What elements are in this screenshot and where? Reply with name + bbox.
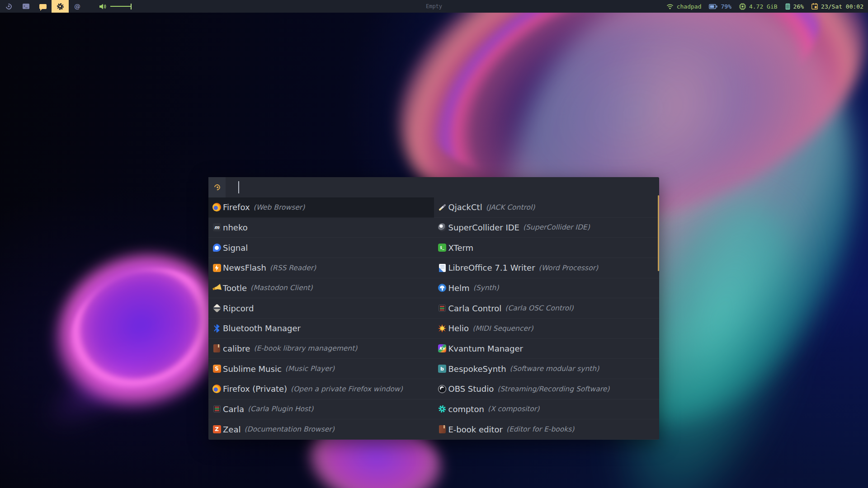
zeal-icon: Z (212, 425, 222, 434)
launcher-item-title: QjackCtl (448, 202, 482, 212)
launcher-item-desc: (Carla OSC Control) (505, 304, 573, 312)
terminal-icon (23, 4, 29, 9)
at-sign-icon: @ (74, 3, 80, 9)
launcher-item[interactable]: LibreOffice 7.1 Writer(Word Processor) (434, 258, 660, 278)
launcher-item[interactable]: Firefox(Web Browser) (208, 197, 434, 218)
launcher-item[interactable]: Signal (208, 238, 434, 258)
cpu-percent: 26% (793, 3, 804, 10)
clock-status[interactable]: 23/Sat 00:02 (811, 3, 863, 10)
launcher-item[interactable]: OBS Studio(Streaming/Recording Software) (434, 379, 660, 399)
launcher-scrollbar[interactable] (658, 195, 659, 271)
launcher-item[interactable]: Tootle(Mastodon Client) (208, 278, 434, 299)
launcher-item-desc: (JACK Control) (486, 203, 535, 211)
launcher-item-title: LibreOffice 7.1 Writer (448, 263, 535, 272)
workspace-button-2[interactable] (17, 0, 34, 13)
launcher-item[interactable]: Bluetooth Manager (208, 319, 434, 339)
workspace-button-3[interactable] (34, 0, 52, 13)
launcher-item-title: E-book editor (448, 425, 503, 434)
launcher-item-desc: (Mastodon Client) (250, 284, 313, 292)
launcher-item[interactable]: ZZeal(Documentation Browser) (208, 419, 434, 440)
launcher-item[interactable]: calibre(E-book library management) (208, 339, 434, 359)
supercollider-icon (438, 223, 447, 232)
newsflash-icon (212, 263, 222, 272)
jellyfish-left-tentacle (29, 294, 216, 447)
launcher-item-desc: (Open a private Firefox window) (291, 385, 403, 393)
launcher-item[interactable]: Carla(Carla Plugin Host) (208, 399, 434, 420)
ripcord-icon (212, 304, 222, 313)
launcher-item-title: Carla Control (448, 304, 502, 313)
launcher-item[interactable]: Helm(Synth) (434, 278, 660, 299)
volume-slider-thumb[interactable] (131, 4, 132, 9)
wifi-status[interactable]: chadpad (666, 3, 702, 10)
nheko-icon: m (212, 223, 222, 232)
jellyfish-left-rim (50, 246, 234, 414)
launcher-item[interactable]: bBespokeSynth(Software modular synth) (434, 359, 660, 379)
launcher-item-title: Sublime Music (223, 364, 282, 374)
launcher-item-title: Carla (223, 404, 244, 414)
search-input[interactable] (226, 177, 659, 197)
kvantum-icon: Kv (438, 344, 447, 353)
memory-used: 4.72 GiB (749, 3, 778, 10)
launcher-item[interactable]: KvKvantum Manager (434, 339, 660, 359)
launcher-item-desc: (Word Processor) (539, 264, 599, 272)
launcher-item-desc: (Editor for E-books) (506, 425, 574, 433)
tootle-icon (212, 283, 222, 293)
compton-icon (438, 404, 447, 414)
battery-status[interactable]: 79% (709, 3, 731, 10)
launcher-item[interactable]: SSublime Music(Music Player) (208, 359, 434, 379)
volume-slider[interactable] (110, 6, 131, 7)
memory-status[interactable]: 4.72 GiB (739, 3, 778, 10)
browser-swirl-icon (5, 2, 13, 10)
launcher-item-desc: (E-book library management) (254, 344, 357, 352)
volume-control[interactable] (99, 4, 131, 9)
workspace-switcher: @ (0, 0, 86, 13)
launcher-item-title: Helm (448, 283, 470, 293)
launcher-item-desc: (Software modular synth) (510, 365, 599, 373)
xterm-icon: $_ (438, 243, 447, 253)
carla-icon (438, 304, 447, 313)
launcher-item[interactable]: compton(X compositor) (434, 399, 660, 420)
helm-icon (438, 283, 447, 293)
launcher-item[interactable]: mnheko (208, 218, 434, 238)
ebook-editor-icon (438, 425, 447, 434)
launcher-item[interactable]: QjackCtl(JACK Control) (434, 197, 660, 218)
launcher-item[interactable]: E-book editor(Editor for E-books) (434, 419, 660, 440)
launcher-item-title: OBS Studio (448, 384, 494, 394)
cpu-chip-icon (739, 3, 746, 10)
speaker-icon (99, 4, 106, 9)
launcher-item-title: Zeal (223, 425, 241, 434)
carla-icon (212, 404, 222, 414)
qjackctl-icon (438, 202, 447, 212)
launcher-item-title: BespokeSynth (448, 364, 506, 374)
bluetooth-icon (212, 324, 222, 333)
launcher-item-title: nheko (223, 223, 248, 232)
launcher-item[interactable]: Ripcord (208, 298, 434, 319)
launcher-item-title: Firefox (Private) (223, 384, 287, 394)
launcher-item-title: Tootle (223, 283, 247, 293)
launcher-item[interactable]: Firefox (Private)(Open a private Firefox… (208, 379, 434, 399)
workspace-button-5[interactable]: @ (69, 0, 86, 13)
launcher-item[interactable]: $_XTerm (434, 238, 660, 258)
launcher-column-left: Firefox(Web Browser)mnhekoSignalNewsFlas… (208, 197, 434, 440)
helio-icon (438, 324, 447, 333)
launcher-search-bar (208, 177, 659, 197)
launcher-item-desc: (Streaming/Recording Software) (497, 385, 609, 393)
launcher-item-title: calibre (223, 344, 250, 353)
cpu-status[interactable]: 26% (785, 3, 804, 10)
launcher-item-title: Helio (448, 324, 469, 333)
launcher-item-title: Kvantum Manager (448, 344, 524, 353)
wifi-icon (666, 4, 674, 9)
launcher-item-title: Firefox (223, 202, 250, 212)
launcher-item[interactable]: Helio(MIDI Sequencer) (434, 319, 660, 339)
desktop: @ Empty chadpad (0, 0, 868, 488)
workspace-button-1[interactable] (0, 0, 17, 13)
bespokesynth-icon: b (438, 364, 447, 374)
launcher-item[interactable]: Carla Control(Carla OSC Control) (434, 298, 660, 319)
launcher-item[interactable]: NewsFlash(RSS Reader) (208, 258, 434, 278)
launcher-column-right: QjackCtl(JACK Control)SuperCollider IDE(… (434, 197, 660, 440)
ram-icon (785, 3, 790, 10)
workspace-button-4[interactable] (52, 0, 69, 13)
launcher-item[interactable]: SuperCollider IDE(SuperCollider IDE) (434, 218, 660, 238)
libreoffice-writer-icon (438, 263, 447, 272)
launcher-item-desc: (Synth) (473, 284, 499, 292)
